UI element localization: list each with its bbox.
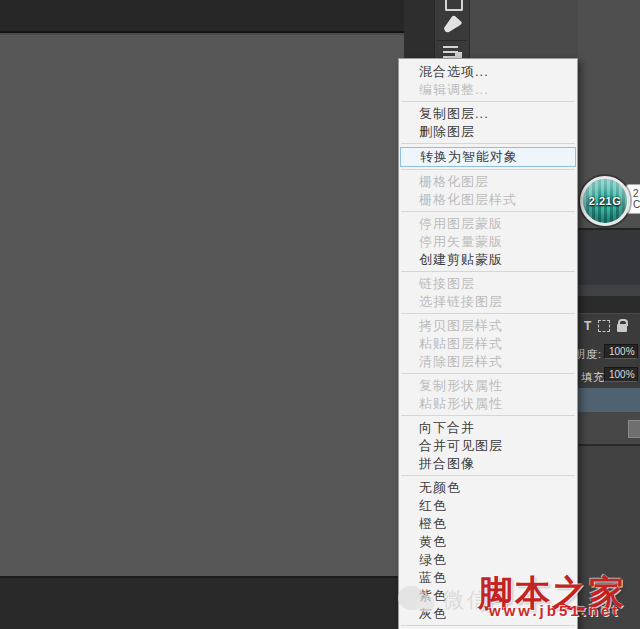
hand-tool-icon[interactable] [441, 13, 464, 35]
wechat-icon [398, 583, 442, 619]
status-bar [0, 578, 404, 629]
menu-item-link-layers: 链接图层 [399, 275, 577, 293]
layer-row[interactable] [578, 412, 640, 446]
cpu-gauge-value: 2.21G [589, 195, 621, 207]
site-watermark-url: www.jb51.net [489, 602, 620, 619]
fill-value[interactable]: 100% [604, 367, 638, 382]
menu-separator [401, 313, 575, 314]
menu-item-paste-shape-attributes: 粘贴形状属性 [399, 395, 577, 413]
menu-item-disable-vector-mask: 停用矢量蒙版 [399, 233, 577, 251]
menu-item-green[interactable]: 绿色 [399, 551, 577, 569]
cpu-tooltip-line1: 2 [633, 188, 640, 199]
menu-item-create-clipping-mask[interactable]: 创建剪贴蒙版 [399, 251, 577, 269]
selected-layer-row[interactable] [578, 388, 640, 412]
menu-item-copy-layer-style: 拷贝图层样式 [399, 317, 577, 335]
lock-text-icon[interactable]: T [584, 319, 591, 333]
menu-item-select-linked-layers: 选择链接图层 [399, 293, 577, 311]
menu-separator [401, 101, 575, 102]
menu-item-flatten-image[interactable]: 拼合图像 [399, 455, 577, 473]
options-bar [0, 0, 404, 33]
layer-thumbnail [628, 420, 640, 438]
cpu-tooltip-line2: CP [633, 199, 640, 210]
menu-separator [401, 373, 575, 374]
menu-item-clear-layer-style: 清除图层样式 [399, 353, 577, 371]
menu-item-disable-layer-mask: 停用图层蒙版 [399, 215, 577, 233]
menu-item-no-color[interactable]: 无颜色 [399, 479, 577, 497]
menu-separator [401, 169, 575, 170]
menu-item-paste-layer-style: 粘贴图层样式 [399, 335, 577, 353]
menu-item-merge-visible[interactable]: 合并可见图层 [399, 437, 577, 455]
menu-item-red[interactable]: 红色 [399, 497, 577, 515]
menu-item-convert-to-smart-object[interactable]: 转换为智能对象 [400, 147, 576, 167]
menu-separator [401, 211, 575, 212]
panel-header-row [578, 285, 640, 296]
menu-item-rasterize-layer-style: 栅格化图层样式 [399, 191, 577, 209]
menu-item-duplicate-layer[interactable]: 复制图层... [399, 105, 577, 123]
lock-position-icon[interactable] [598, 320, 610, 332]
menu-separator [401, 625, 575, 626]
layer-context-menu: 混合选项... 编辑调整... 复制图层... 删除图层 转换为智能对象 栅格化… [398, 58, 578, 629]
menu-item-blending-options[interactable]: 混合选项... [399, 63, 577, 81]
document-canvas[interactable] [0, 35, 404, 578]
photoshop-window: T 不透明度: 100% 填充: 100% 2 CP 2.21G 混合选项...… [0, 0, 640, 629]
menu-item-orange[interactable]: 橙色 [399, 515, 577, 533]
menu-item-delete-layer[interactable]: 删除图层 [399, 123, 577, 141]
opacity-value[interactable]: 100% [604, 344, 638, 359]
lock-all-icon[interactable] [617, 324, 627, 332]
menu-separator [401, 143, 575, 144]
panel-section-upper [578, 228, 640, 285]
menu-item-merge-down[interactable]: 向下合并 [399, 419, 577, 437]
menu-item-edit-adjustment: 编辑调整... [399, 81, 577, 99]
lock-buttons-row: T [584, 318, 627, 334]
menu-item-rasterize-layer: 栅格化图层 [399, 173, 577, 191]
menu-item-copy-shape-attributes: 复制形状属性 [399, 377, 577, 395]
menu-item-yellow[interactable]: 黄色 [399, 533, 577, 551]
menu-separator [401, 271, 575, 272]
dock-divider [437, 40, 467, 41]
menu-separator [401, 475, 575, 476]
document-panel-icon[interactable] [445, 0, 463, 11]
menu-separator [401, 415, 575, 416]
cpu-gauge-widget[interactable]: 2.21G [580, 176, 630, 226]
panel-section-dark [578, 296, 640, 313]
layers-panel-fragment: T 不透明度: 100% 填充: 100% [578, 0, 640, 629]
